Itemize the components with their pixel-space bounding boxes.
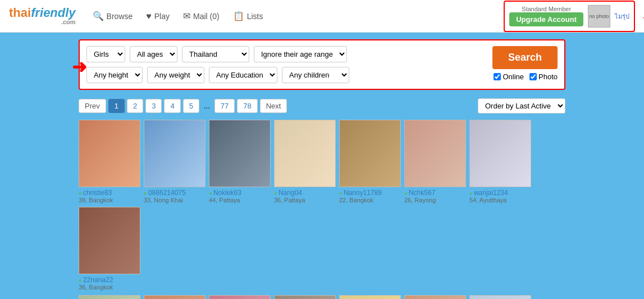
- profile-name: Noklek63: [209, 189, 271, 197]
- profile-name: Nang04: [274, 189, 336, 197]
- filter-row-1: Girls Guys All ages 18-25 26-35 Thailand…: [86, 46, 488, 62]
- account-section: Standard Member Upgrade Account no photo…: [504, 1, 635, 32]
- country-select[interactable]: Thailand USA: [182, 46, 249, 62]
- profile-image: [339, 120, 401, 187]
- logo-text-friendly: friendly: [31, 6, 75, 20]
- page-78-button[interactable]: 78: [237, 99, 257, 113]
- age-select[interactable]: All ages 18-25 26-35: [130, 46, 177, 62]
- profile-info: 54, Ayutthaya: [469, 197, 531, 203]
- logo: thaifriendly .com: [9, 7, 76, 25]
- order-select[interactable]: Order by Last Active Newest Closest: [478, 98, 565, 114]
- profile-image: [79, 295, 140, 299]
- profile-image: [404, 120, 466, 187]
- weight-select[interactable]: Any weight Slim: [147, 67, 204, 83]
- upgrade-button[interactable]: Upgrade Account: [509, 12, 583, 26]
- profile-name: christie83: [79, 189, 140, 197]
- profile-card[interactable]: 22nana22 36, Bangkok: [79, 207, 140, 291]
- profile-card[interactable]: Thanthit 40, Pattaya: [144, 295, 205, 299]
- no-photo-label: no photo: [589, 13, 609, 19]
- profile-image: [144, 295, 205, 299]
- profile-image: [469, 295, 531, 299]
- mail-icon: ✉: [183, 11, 190, 21]
- profile-info: 36, Bangkok: [79, 284, 140, 291]
- main-nav: 🔍 Browse ♥ Play ✉ Mail (0) 📋 Lists: [93, 11, 504, 21]
- gender-select[interactable]: Girls Guys: [86, 46, 125, 62]
- profile-card[interactable]: AMMY1993JM 26, --------: [404, 295, 466, 299]
- profile-image: [274, 120, 336, 187]
- profile-image: [469, 120, 531, 187]
- photo-label[interactable]: Photo: [529, 73, 558, 81]
- filter-row-2: Any height Under 5ft Any weight Slim Any…: [86, 67, 488, 83]
- education-select[interactable]: Any Education High School: [209, 67, 277, 83]
- play-icon: ♥: [146, 11, 152, 21]
- profile-info: 44, Pattaya: [209, 197, 271, 203]
- children-select[interactable]: Any children No children: [282, 67, 349, 83]
- nav-mail[interactable]: ✉ Mail (0): [183, 11, 220, 21]
- logo-text-thai: thai: [9, 6, 31, 20]
- profile-card[interactable]: christie83 39, Bangkok: [79, 120, 140, 203]
- nav-lists[interactable]: 📋 Lists: [233, 11, 263, 21]
- profile-image: [404, 295, 466, 299]
- profile-card[interactable]: NEW MEMBER pisayada 21, Bangkok: [209, 295, 271, 299]
- nav-browse-label: Browse: [107, 12, 133, 21]
- profile-name: wanjai1234: [469, 189, 531, 197]
- logo-com: .com: [9, 19, 76, 25]
- nav-lists-label: Lists: [247, 12, 263, 21]
- order-by-section: Order by Last Active Newest Closest: [478, 98, 565, 114]
- profile-card[interactable]: Nanny11789 22, Bangkok: [339, 120, 401, 203]
- profile-card[interactable]: 0886214075 33, Nong Khai: [144, 120, 205, 203]
- profile-image: [209, 120, 271, 187]
- age-range-select[interactable]: Ignore their age range Within 5 years: [254, 46, 347, 62]
- profile-card[interactable]: Run5140 40, Hua Hin: [469, 295, 531, 299]
- profile-card[interactable]: Noofonchan.. 35, Pathum Tha..: [274, 295, 336, 299]
- profile-card[interactable]: Nang04 36, Pattaya: [274, 120, 336, 203]
- profile-image: [339, 295, 401, 299]
- profile-card[interactable]: wanjai1234 54, Ayutthaya: [469, 120, 531, 203]
- nav-mail-label: Mail (0): [193, 12, 220, 21]
- browse-icon: 🔍: [93, 11, 104, 21]
- profile-info: 39, Bangkok: [79, 197, 140, 203]
- profile-image: [79, 207, 140, 274]
- nav-play-label: Play: [154, 12, 170, 21]
- profile-name: 0886214075: [144, 189, 205, 197]
- online-photo-filters: Online Photo: [494, 73, 558, 81]
- member-tier: Standard Member: [509, 6, 583, 12]
- profile-card[interactable]: lovelyThai.. 45, Bangkok: [79, 295, 140, 299]
- profile-name: Nchk567: [404, 189, 466, 197]
- online-label[interactable]: Online: [494, 73, 524, 81]
- red-arrow-left-icon: ➜: [72, 56, 87, 78]
- page-77-button[interactable]: 77: [214, 99, 235, 113]
- page-4-button[interactable]: 4: [164, 99, 180, 113]
- no-photo-box: no photo: [588, 5, 610, 28]
- nav-browse[interactable]: 🔍 Browse: [93, 11, 133, 21]
- profile-image: [79, 120, 140, 187]
- photo-checkbox[interactable]: [529, 73, 537, 80]
- profile-name: 22nana22: [79, 276, 140, 284]
- thai-label[interactable]: ไมรุ่ป: [615, 11, 629, 21]
- nav-play[interactable]: ♥ Play: [146, 11, 170, 21]
- profile-card[interactable]: Noklek63 44, Pattaya: [209, 120, 271, 203]
- online-checkbox[interactable]: [494, 73, 501, 80]
- profile-info: 33, Nong Khai: [144, 197, 205, 203]
- profile-card[interactable]: Nchk567 26, Rayong: [404, 120, 466, 203]
- profile-info: 22, Bangkok: [339, 197, 401, 203]
- profile-card[interactable]: Ao1306 42, Nakhon rat..: [339, 295, 401, 299]
- height-select[interactable]: Any height Under 5ft: [86, 67, 143, 83]
- profile-info: 36, Pattaya: [274, 197, 336, 203]
- page-2-button[interactable]: 2: [127, 99, 143, 113]
- page-3-button[interactable]: 3: [145, 99, 162, 113]
- page-1-button[interactable]: 1: [108, 99, 125, 113]
- lists-icon: 📋: [233, 11, 244, 21]
- profiles-grid-row2: lovelyThai.. 45, Bangkok Thanthit 40, Pa…: [79, 295, 565, 299]
- next-button[interactable]: Next: [260, 99, 287, 113]
- pagination: Prev 1 2 3 4 5 ... 77 78 Next: [79, 99, 287, 113]
- page-5-button[interactable]: 5: [183, 99, 199, 113]
- member-info: Standard Member Upgrade Account: [509, 6, 583, 26]
- profile-image: NEW MEMBER: [209, 295, 271, 299]
- header: thaifriendly .com 🔍 Browse ♥ Play ✉ Mail…: [0, 0, 644, 33]
- page-ellipsis: ...: [202, 102, 212, 110]
- search-button[interactable]: Search: [492, 46, 558, 69]
- prev-button[interactable]: Prev: [79, 99, 106, 113]
- search-right: Search Online Photo: [492, 46, 558, 81]
- search-section: Girls Guys All ages 18-25 26-35 Thailand…: [79, 39, 565, 90]
